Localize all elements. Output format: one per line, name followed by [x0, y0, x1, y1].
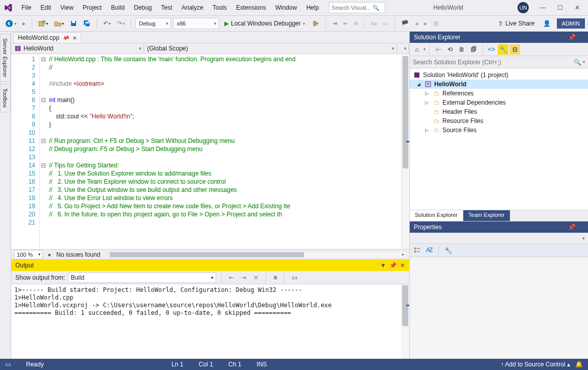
tb-comment[interactable]: ⇥ — [330, 19, 339, 28]
tree-node-header-files[interactable]: 🗀 Header Files — [410, 107, 588, 116]
save-all-button[interactable] — [81, 19, 92, 28]
tb-misc-1[interactable] — [310, 19, 321, 28]
se-collapse-button[interactable]: 🗐 — [468, 44, 479, 55]
properties-header[interactable]: Properties ▼📌✕ — [410, 221, 588, 233]
props-wrench-button[interactable]: 🔧 — [443, 245, 453, 256]
menu-file[interactable]: File — [17, 2, 35, 13]
tab-solution-explorer[interactable]: Solution Explorer — [410, 210, 463, 221]
panel-dropdown-icon[interactable]: ▼ — [380, 262, 386, 269]
output-scrollbar[interactable] — [401, 284, 409, 359]
minimize-button[interactable]: — — [535, 2, 550, 13]
platform-dropdown[interactable]: x86 — [173, 18, 219, 29]
scroll-thumb[interactable] — [403, 56, 408, 168]
se-showall-button[interactable]: 🗎 — [457, 44, 467, 55]
expand-icon[interactable]: ▷ — [425, 91, 430, 96]
out-btn-1[interactable]: ⇤ — [227, 273, 236, 282]
new-project-button[interactable]: ▾ — [36, 19, 50, 28]
tb-uncomment2[interactable]: ▭ — [381, 19, 390, 28]
tb-comment2[interactable]: ▭ — [369, 19, 379, 28]
server-explorer-tab[interactable]: Server Explorer — [0, 34, 11, 82]
props-close-icon[interactable]: ✕ — [579, 224, 584, 231]
se-search[interactable]: Search Solution Explorer (Ctrl+;) 🔍▾ — [410, 56, 588, 68]
horizontal-scrollbar[interactable]: ◂▸ — [108, 251, 406, 258]
output-titlebar[interactable]: Output ▼ 📌 ✕ — [11, 260, 409, 271]
menu-help[interactable]: Help — [302, 2, 323, 13]
maximize-button[interactable]: ☐ — [552, 2, 568, 13]
start-debug-button[interactable]: ▶ Local Windows Debugger ▾ — [221, 19, 308, 28]
expand-icon[interactable]: ▷ — [425, 128, 430, 133]
menu-window[interactable]: Window — [271, 2, 301, 13]
user-avatar[interactable]: UN — [518, 2, 529, 13]
nav-fwd-button[interactable]: ▸ — [20, 19, 28, 28]
pin-icon[interactable]: 📌 — [61, 33, 71, 42]
close-button[interactable]: ✕ — [570, 2, 585, 13]
feedback-button[interactable]: 👤 — [541, 19, 553, 28]
props-alpha-button[interactable]: AZ — [424, 245, 434, 256]
menu-tools[interactable]: Tools — [208, 2, 231, 13]
config-dropdown[interactable]: Debug — [135, 18, 171, 29]
output-source-dropdown[interactable]: Build — [68, 273, 216, 283]
menu-analyze[interactable]: Analyze — [177, 2, 207, 13]
solution-explorer-header[interactable]: Solution Explorer ▼📌✕ — [410, 32, 588, 43]
clear-bookmark[interactable]: ⊘ — [431, 19, 440, 28]
tb-uncomment[interactable]: ⇤ — [341, 19, 350, 28]
vertical-scrollbar[interactable] — [401, 54, 409, 249]
out-btn-3[interactable]: ✕ — [251, 273, 261, 282]
nav-scope-dropdown[interactable]: (Global Scope) — [144, 43, 397, 54]
se-home-button[interactable]: ⌂ — [412, 44, 422, 55]
props-object-dropdown[interactable]: ▾ — [410, 233, 588, 244]
live-share-button[interactable]: ⇪Live Share — [496, 19, 536, 28]
close-tab-icon[interactable]: ✕ — [73, 35, 77, 41]
out-btn-2[interactable]: ⇥ — [239, 273, 248, 282]
next-bookmark[interactable]: ▸ — [422, 19, 429, 28]
bookmark-button[interactable]: 🏴 — [399, 19, 411, 28]
se-drop-icon[interactable]: ▼ — [559, 34, 565, 41]
menu-project[interactable]: Project — [79, 2, 106, 13]
zoom-dropdown[interactable]: 100 % — [14, 250, 42, 259]
se-code-button[interactable]: <> — [486, 44, 497, 55]
undo-button[interactable]: ↶▾ — [101, 19, 113, 28]
tree-node-references[interactable]: ▷ 🗀 References — [410, 89, 588, 98]
se-pin-icon[interactable]: 📌 — [568, 34, 576, 41]
out-clear-button[interactable]: ▭ — [290, 273, 299, 282]
open-button[interactable]: ▾ — [52, 19, 66, 28]
menu-edit[interactable]: Edit — [36, 2, 55, 13]
se-back-button[interactable]: 🡠 — [433, 44, 443, 55]
se-preview-button[interactable]: ⊟ — [510, 44, 520, 55]
tree-node-source-files[interactable]: ▷ 🗀 Source Files — [410, 126, 588, 135]
tb-indent[interactable]: ≡ — [352, 19, 360, 28]
tree-solution[interactable]: Solution 'HelloWorld' (1 project) — [410, 70, 588, 80]
se-sync-button[interactable]: ⟲ — [445, 44, 455, 55]
save-button[interactable] — [68, 19, 79, 28]
tree-project[interactable]: ◢ HelloWorld — [410, 80, 588, 89]
panel-close-icon[interactable]: ✕ — [400, 262, 405, 269]
expand-icon[interactable]: ▷ — [425, 100, 430, 105]
nav-back-button[interactable]: ▾ — [3, 18, 18, 29]
editor-tab-helloworld[interactable]: HelloWorld.cpp 📌 ✕ — [13, 32, 81, 43]
quick-search-input[interactable] — [332, 5, 372, 11]
quick-search[interactable]: 🔍 — [329, 2, 385, 13]
props-categorized-button[interactable] — [412, 245, 422, 256]
code-text[interactable]: // HelloWorld.cpp : This file contains t… — [47, 54, 401, 249]
se-properties-button[interactable]: 🔧 — [498, 44, 508, 55]
code-editor[interactable]: 123456789101112131415161718192021 ⊟ ⊟ ⊟ … — [11, 54, 409, 249]
nav-member-dropdown[interactable] — [397, 43, 409, 54]
se-close-icon[interactable]: ✕ — [579, 34, 584, 41]
panel-pin-icon[interactable]: 📌 — [389, 262, 397, 269]
props-pin-icon[interactable]: 📌 — [568, 224, 576, 231]
menu-test[interactable]: Test — [157, 2, 176, 13]
output-text[interactable]: 1>------ Build started: Project: HelloWo… — [11, 284, 401, 359]
tree-node-resource-files[interactable]: 🗀 Resource Files — [410, 116, 588, 126]
fold-column[interactable]: ⊟ ⊟ ⊟ ⊟ — [40, 54, 47, 249]
solution-tree[interactable]: Solution 'HelloWorld' (1 project) ◢ Hell… — [410, 68, 588, 210]
props-drop-icon[interactable]: ▼ — [559, 224, 565, 231]
redo-button[interactable]: ↷▾ — [115, 19, 127, 28]
toolbox-tab[interactable]: Toolbox — [0, 84, 11, 112]
tab-team-explorer[interactable]: Team Explorer — [463, 210, 510, 221]
menu-view[interactable]: View — [56, 2, 78, 13]
menu-extensions[interactable]: Extensions — [232, 2, 270, 13]
hscroll-thumb[interactable] — [110, 252, 304, 257]
menu-debug[interactable]: Debug — [130, 2, 156, 13]
notifications-icon[interactable]: 🔔 — [575, 361, 583, 368]
source-control-button[interactable]: ↑ Add to Source Control ▴ — [501, 361, 570, 368]
